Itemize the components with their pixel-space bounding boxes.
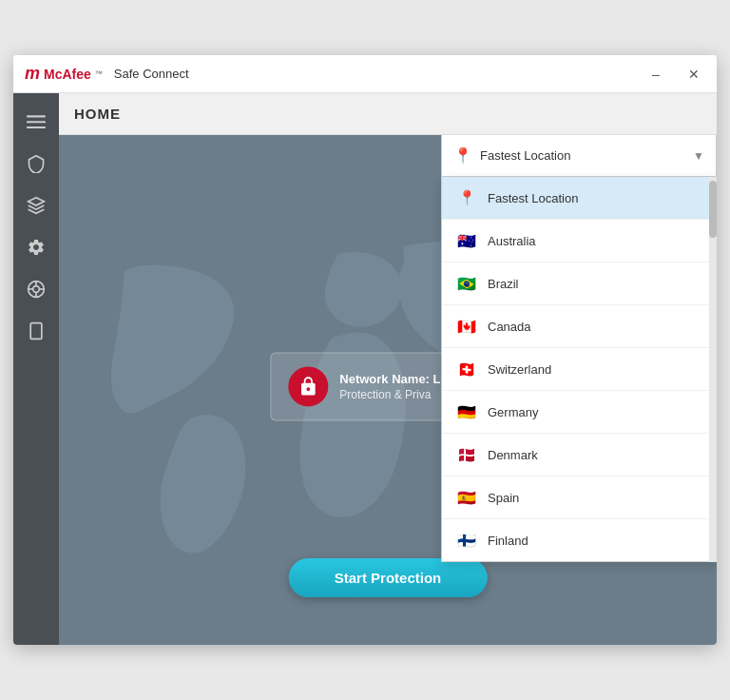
sidebar [13,93,59,645]
network-info: Network Name: Lo Protection & Priva [339,372,448,401]
app-name: Safe Connect [114,67,189,81]
canada-flag-icon: 🇨🇦 [455,315,478,338]
svg-point-4 [33,286,40,293]
network-card: Network Name: Lo Protection & Priva [270,352,466,420]
mcafee-m-icon: m [25,64,40,84]
minimize-button[interactable]: – [644,63,667,86]
location-item-finland[interactable]: 🇫🇮Finland [442,519,716,561]
location-dropdown-trigger[interactable]: 📍 Fastest Location ▼ [441,135,717,177]
trademark: ™ [95,69,103,78]
switzerland-flag-icon: 🇨🇭 [455,358,478,380]
brand-name: McAfee [44,67,91,82]
location-item-canada[interactable]: 🇨🇦Canada [442,305,716,348]
location-item-switzerland[interactable]: 🇨🇭Switzerland [442,348,716,391]
location-item-label: Fastest Location [488,191,578,205]
finland-flag-icon: 🇫🇮 [455,529,478,552]
network-name: Network Name: Lo [339,372,448,386]
location-item-denmark[interactable]: 🇩🇰Denmark [442,434,716,476]
location-item-label: Australia [488,234,536,248]
network-sub: Protection & Priva [339,388,448,401]
location-selector: 📍 Fastest Location ▼ 📍Fastest Location🇦🇺… [441,135,717,562]
map-area: Network Name: Lo Protection & Priva Star… [59,135,717,645]
location-dropdown-list: 📍Fastest Location🇦🇺Australia🇧🇷Brazil🇨🇦Ca… [441,177,717,562]
svg-rect-2 [27,126,46,128]
location-item-label: Brazil [488,277,519,291]
scrollbar-thumb[interactable] [709,181,717,238]
lock-icon-circle [288,366,328,406]
chevron-down-icon: ▼ [693,149,704,163]
svg-rect-9 [30,323,42,340]
svg-rect-0 [27,115,46,117]
window-controls: – ✕ [644,63,705,86]
sidebar-item-device[interactable] [17,312,55,350]
location-item-label: Denmark [488,448,538,462]
location-item-label: Germany [488,405,538,419]
pin-icon: 📍 [455,186,478,209]
brazil-flag-icon: 🇧🇷 [455,272,478,295]
sidebar-item-vpn[interactable] [17,186,55,224]
app-window: m McAfee ™ Safe Connect – ✕ [13,55,717,645]
location-item-fastest[interactable]: 📍Fastest Location [442,177,716,220]
sidebar-item-help[interactable] [17,270,55,308]
app-logo: m McAfee ™ Safe Connect [25,64,189,84]
titlebar: m McAfee ™ Safe Connect – ✕ [13,55,717,93]
location-item-label: Canada [488,320,531,334]
location-item-label: Finland [488,534,528,548]
location-item-label: Switzerland [488,362,551,377]
close-button[interactable]: ✕ [682,63,705,86]
svg-rect-1 [27,121,46,123]
scrollbar[interactable] [709,177,717,562]
mcafee-logo: m McAfee ™ [25,64,103,84]
lock-icon [298,376,318,397]
location-pin-icon: 📍 [453,146,472,165]
selected-location-label: Fastest Location [480,148,685,163]
sidebar-item-menu[interactable] [17,103,55,141]
location-item-australia[interactable]: 🇦🇺Australia [442,220,716,262]
location-item-germany[interactable]: 🇩🇪Germany [442,391,716,434]
germany-flag-icon: 🇩🇪 [455,400,478,423]
page-header: HOME [59,93,717,135]
denmark-flag-icon: 🇩🇰 [455,443,478,466]
main-layout: HOME [13,93,717,645]
location-item-spain[interactable]: 🇪🇸Spain [442,476,716,519]
page-title: HOME [74,106,121,122]
start-protection-button[interactable]: Start Protection [289,558,488,597]
spain-flag-icon: 🇪🇸 [455,486,478,509]
sidebar-item-shield[interactable] [17,145,55,183]
location-item-brazil[interactable]: 🇧🇷Brazil [442,262,716,305]
sidebar-item-settings[interactable] [17,228,55,266]
content-area: HOME [59,93,717,645]
location-item-label: Spain [488,491,519,505]
australia-flag-icon: 🇦🇺 [455,229,478,252]
